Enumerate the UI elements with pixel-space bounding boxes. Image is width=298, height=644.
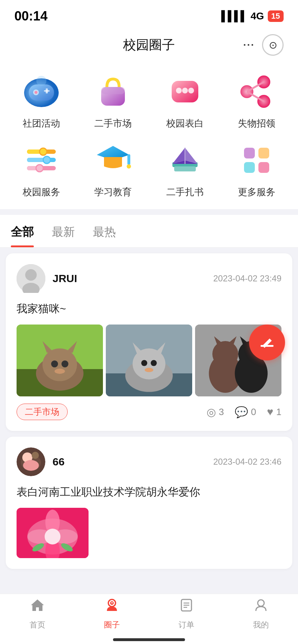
menu-item-book[interactable]: 二手扎书 — [151, 141, 219, 198]
header: 校园圈子 ··· ⊙ — [0, 29, 298, 61]
menu-section: 社团活动 二手市场 — [0, 61, 298, 209]
comments-count-1: 0 — [251, 406, 256, 418]
post-text-1: 我家猫咪~ — [17, 300, 281, 317]
post-time-1: 2023-04-02 23:49 — [213, 273, 282, 284]
username-2: 66 — [53, 456, 64, 468]
svg-point-29 — [127, 164, 131, 169]
svg-point-51 — [55, 369, 65, 374]
bottom-nav: 首页 ✦ 圈子 订单 — [0, 594, 298, 644]
home-indicator — [113, 638, 185, 641]
tab-hot[interactable]: 最热 — [93, 215, 116, 247]
nav-item-circle[interactable]: ✦ 圈子 — [74, 594, 149, 633]
svg-point-20 — [40, 148, 47, 155]
views-icon: ◎ — [207, 406, 216, 418]
status-time: 00:14 — [14, 9, 48, 24]
menu-label-service: 校园服务 — [23, 186, 60, 198]
svg-point-60 — [145, 368, 153, 372]
menu-item-edu[interactable]: 学习教育 — [79, 141, 148, 198]
club-icon — [22, 72, 61, 111]
svg-rect-1 — [29, 84, 54, 101]
menu-item-lost[interactable]: 失物招领 — [223, 72, 291, 130]
confess-icon — [165, 72, 205, 111]
svg-point-6 — [36, 76, 46, 86]
post-user-1: JRUI — [17, 264, 77, 293]
circle-icon: ✦ — [104, 597, 120, 617]
edu-icon — [93, 141, 133, 180]
svg-point-92 — [258, 600, 264, 606]
more-icon — [237, 141, 276, 180]
svg-point-11 — [182, 88, 188, 93]
network-label: 4G — [250, 10, 264, 22]
nav-label-circle: 圈子 — [104, 620, 120, 630]
nav-item-order[interactable]: 订单 — [149, 594, 224, 633]
menu-item-market[interactable]: 二手市场 — [79, 72, 148, 130]
post-image-1a[interactable] — [17, 325, 103, 396]
order-icon — [179, 597, 194, 617]
tabs-section: 全部 最新 最热 — [0, 215, 298, 248]
svg-point-41 — [25, 269, 37, 281]
views-count-1: 3 — [219, 406, 224, 418]
edit-icon — [259, 334, 275, 351]
post-image-1b[interactable] — [106, 325, 192, 396]
more-options-button[interactable]: ··· — [243, 39, 255, 51]
avatar-2 — [17, 447, 45, 476]
post-image-2a[interactable] — [17, 508, 89, 558]
menu-label-market: 二手市场 — [94, 117, 132, 130]
svg-point-75 — [23, 460, 39, 471]
lost-icon — [237, 72, 276, 111]
comment-icon: 💬 — [235, 406, 248, 418]
nav-label-home: 首页 — [30, 620, 45, 630]
svg-point-23 — [43, 156, 50, 164]
svg-rect-8 — [101, 87, 125, 94]
svg-point-3 — [35, 91, 37, 94]
feed: JRUI 2023-04-02 23:49 我家猫咪~ — [0, 248, 298, 575]
tab-all[interactable]: 全部 — [11, 215, 34, 247]
post-time-2: 2023-04-02 23:46 — [213, 457, 282, 467]
menu-label-confess: 校园表白 — [166, 117, 204, 130]
page-title: 校园圈子 — [123, 36, 175, 54]
menu-grid: 社团活动 二手市场 — [7, 72, 291, 198]
svg-point-26 — [36, 165, 43, 172]
post-card-1: JRUI 2023-04-02 23:49 我家猫咪~ — [6, 253, 292, 431]
svg-text:✦: ✦ — [110, 601, 113, 605]
svg-rect-38 — [244, 162, 255, 173]
post-user-2: 66 — [17, 447, 64, 476]
post-header-2: 66 2023-04-02 23:46 — [17, 447, 281, 476]
book-icon — [165, 141, 205, 180]
mine-icon — [253, 597, 269, 617]
like-icon: ♥ — [267, 406, 274, 418]
menu-label-edu: 学习教育 — [94, 186, 132, 198]
svg-point-59 — [151, 360, 157, 366]
svg-rect-28 — [127, 154, 130, 165]
post-tag-1[interactable]: 二手市场 — [17, 404, 68, 420]
svg-rect-37 — [258, 148, 269, 158]
nav-item-home[interactable]: 首页 — [0, 594, 74, 633]
nav-label-mine: 我的 — [253, 620, 269, 630]
likes-count-1: 1 — [276, 406, 281, 418]
nav-label-order: 订单 — [179, 620, 194, 630]
menu-item-more[interactable]: 更多服务 — [223, 141, 291, 198]
post-footer-1: 二手市场 ◎ 3 💬 0 ♥ 1 — [17, 404, 281, 420]
svg-point-64 — [212, 341, 238, 367]
menu-label-book: 二手扎书 — [166, 186, 204, 198]
post-likes-1[interactable]: ♥ 1 — [267, 406, 281, 418]
svg-point-12 — [188, 88, 194, 93]
post-text-2: 表白河南工业职业技术学院胡永华爱你 — [17, 483, 281, 501]
post-images-1 — [17, 325, 281, 396]
menu-item-service[interactable]: 校园服务 — [7, 141, 76, 198]
status-bar: 00:14 ▌▌▌▌ 4G 15 — [0, 0, 298, 29]
menu-item-confess[interactable]: 校园表白 — [151, 72, 219, 130]
svg-rect-31 — [174, 166, 196, 171]
svg-rect-36 — [244, 148, 255, 158]
camera-icon: ⊙ — [269, 39, 277, 51]
svg-point-50 — [62, 360, 68, 367]
status-icons: ▌▌▌▌ 4G 15 — [221, 10, 284, 22]
avatar-1 — [17, 264, 45, 293]
battery-badge: 15 — [268, 10, 284, 22]
menu-item-club[interactable]: 社团活动 — [7, 72, 76, 130]
fab-button[interactable] — [249, 325, 285, 360]
signal-icon: ▌▌▌▌ — [221, 10, 247, 22]
tab-new[interactable]: 最新 — [52, 215, 75, 247]
camera-button[interactable]: ⊙ — [262, 34, 284, 56]
nav-item-mine[interactable]: 我的 — [224, 594, 298, 633]
